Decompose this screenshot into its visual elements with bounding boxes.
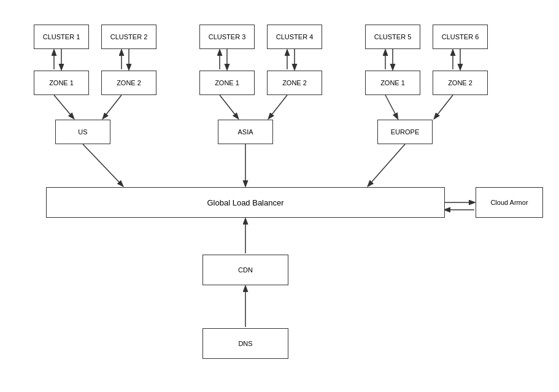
svg-line-20 [368, 144, 405, 186]
cluster-2-box: CLUSTER 2 [101, 25, 156, 49]
cluster-4-box: CLUSTER 4 [267, 25, 322, 49]
svg-line-13 [103, 95, 121, 118]
cluster-1-box: CLUSTER 1 [34, 25, 89, 49]
svg-line-14 [220, 95, 238, 118]
zone1-us-box: ZONE 1 [34, 71, 89, 95]
glb-box: Global Load Balancer [46, 187, 445, 218]
asia-box: ASIA [218, 120, 273, 144]
zone1-eu-box: ZONE 1 [365, 71, 420, 95]
zone1-asia-box: ZONE 1 [199, 71, 255, 95]
cluster-3-box: CLUSTER 3 [199, 25, 255, 49]
zone2-asia-box: ZONE 2 [267, 71, 322, 95]
svg-line-12 [54, 95, 74, 118]
svg-line-15 [269, 95, 287, 118]
europe-box: EUROPE [377, 120, 433, 144]
zone2-eu-box: ZONE 2 [433, 71, 488, 95]
svg-line-18 [83, 144, 123, 186]
svg-line-17 [434, 95, 453, 118]
zone2-us-box: ZONE 2 [101, 71, 156, 95]
cloud-armor-box: Cloud Armor [476, 187, 543, 218]
svg-line-16 [385, 95, 398, 118]
architecture-diagram: CLUSTER 1 CLUSTER 2 CLUSTER 3 CLUSTER 4 … [0, 0, 559, 392]
cluster-6-box: CLUSTER 6 [433, 25, 488, 49]
us-box: US [55, 120, 110, 144]
cdn-box: CDN [202, 255, 288, 285]
cluster-5-box: CLUSTER 5 [365, 25, 420, 49]
dns-box: DNS [202, 328, 288, 359]
